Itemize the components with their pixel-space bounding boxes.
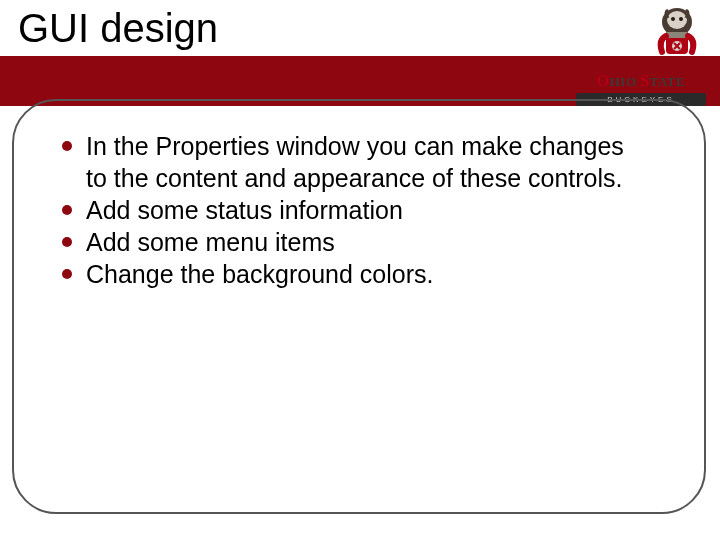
bullet-item: Change the background colors. <box>56 258 640 290</box>
bullet-list: In the Properties window you can make ch… <box>56 130 640 290</box>
slide-title: GUI design <box>18 6 218 51</box>
bullet-item: Add some menu items <box>56 226 640 258</box>
svg-point-3 <box>679 17 683 21</box>
ohio-state-logo: OHIO STATE BUCKEYES <box>576 4 706 110</box>
svg-point-2 <box>671 17 675 21</box>
bullet-item: In the Properties window you can make ch… <box>56 130 640 194</box>
svg-rect-5 <box>666 32 688 38</box>
bullet-item: Add some status information <box>56 194 640 226</box>
mascot-icon <box>654 4 700 64</box>
svg-point-1 <box>667 11 687 29</box>
logo-wordmark: OHIO STATE <box>576 72 706 90</box>
